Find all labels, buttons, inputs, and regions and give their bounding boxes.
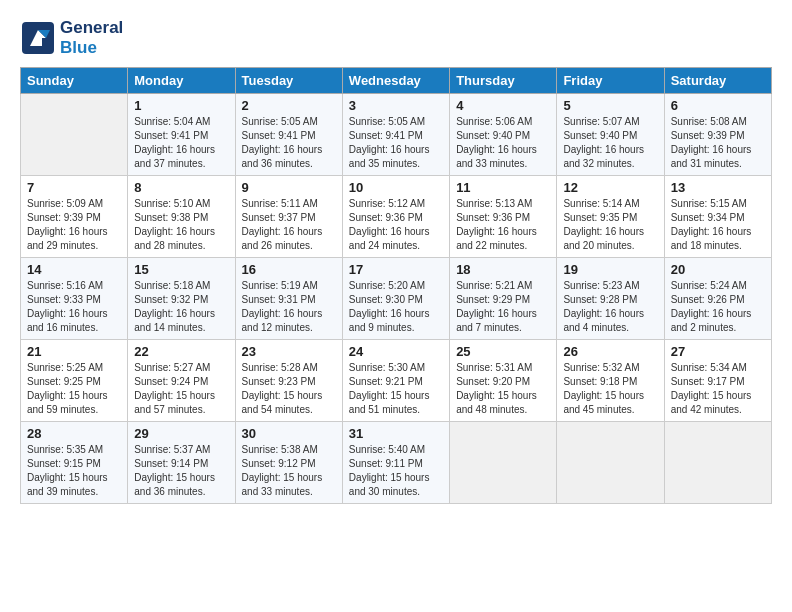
- day-content: Sunrise: 5:10 AM Sunset: 9:38 PM Dayligh…: [134, 197, 228, 253]
- calendar-week-3: 14Sunrise: 5:16 AM Sunset: 9:33 PM Dayli…: [21, 258, 772, 340]
- col-header-sunday: Sunday: [21, 68, 128, 94]
- calendar-cell: 23Sunrise: 5:28 AM Sunset: 9:23 PM Dayli…: [235, 340, 342, 422]
- day-number: 2: [242, 98, 336, 113]
- header: General Blue: [20, 18, 772, 57]
- day-number: 17: [349, 262, 443, 277]
- day-number: 22: [134, 344, 228, 359]
- day-content: Sunrise: 5:12 AM Sunset: 9:36 PM Dayligh…: [349, 197, 443, 253]
- day-content: Sunrise: 5:23 AM Sunset: 9:28 PM Dayligh…: [563, 279, 657, 335]
- day-number: 26: [563, 344, 657, 359]
- day-content: Sunrise: 5:25 AM Sunset: 9:25 PM Dayligh…: [27, 361, 121, 417]
- calendar-cell: 19Sunrise: 5:23 AM Sunset: 9:28 PM Dayli…: [557, 258, 664, 340]
- day-number: 29: [134, 426, 228, 441]
- day-content: Sunrise: 5:24 AM Sunset: 9:26 PM Dayligh…: [671, 279, 765, 335]
- calendar-cell: 27Sunrise: 5:34 AM Sunset: 9:17 PM Dayli…: [664, 340, 771, 422]
- calendar-cell: 15Sunrise: 5:18 AM Sunset: 9:32 PM Dayli…: [128, 258, 235, 340]
- day-content: Sunrise: 5:07 AM Sunset: 9:40 PM Dayligh…: [563, 115, 657, 171]
- calendar-cell: 14Sunrise: 5:16 AM Sunset: 9:33 PM Dayli…: [21, 258, 128, 340]
- day-number: 30: [242, 426, 336, 441]
- calendar-cell: 12Sunrise: 5:14 AM Sunset: 9:35 PM Dayli…: [557, 176, 664, 258]
- day-content: Sunrise: 5:21 AM Sunset: 9:29 PM Dayligh…: [456, 279, 550, 335]
- day-content: Sunrise: 5:32 AM Sunset: 9:18 PM Dayligh…: [563, 361, 657, 417]
- day-number: 31: [349, 426, 443, 441]
- day-number: 7: [27, 180, 121, 195]
- day-content: Sunrise: 5:13 AM Sunset: 9:36 PM Dayligh…: [456, 197, 550, 253]
- day-number: 11: [456, 180, 550, 195]
- day-content: Sunrise: 5:05 AM Sunset: 9:41 PM Dayligh…: [242, 115, 336, 171]
- day-number: 25: [456, 344, 550, 359]
- calendar-cell: 3Sunrise: 5:05 AM Sunset: 9:41 PM Daylig…: [342, 94, 449, 176]
- day-number: 28: [27, 426, 121, 441]
- day-content: Sunrise: 5:38 AM Sunset: 9:12 PM Dayligh…: [242, 443, 336, 499]
- day-content: Sunrise: 5:40 AM Sunset: 9:11 PM Dayligh…: [349, 443, 443, 499]
- day-number: 15: [134, 262, 228, 277]
- day-content: Sunrise: 5:06 AM Sunset: 9:40 PM Dayligh…: [456, 115, 550, 171]
- logo-text: General Blue: [60, 18, 123, 57]
- day-number: 4: [456, 98, 550, 113]
- day-number: 6: [671, 98, 765, 113]
- day-number: 27: [671, 344, 765, 359]
- day-number: 9: [242, 180, 336, 195]
- calendar-cell: 8Sunrise: 5:10 AM Sunset: 9:38 PM Daylig…: [128, 176, 235, 258]
- calendar-cell: [557, 422, 664, 504]
- day-number: 19: [563, 262, 657, 277]
- logo: General Blue: [20, 18, 123, 57]
- calendar-body: 1Sunrise: 5:04 AM Sunset: 9:41 PM Daylig…: [21, 94, 772, 504]
- day-number: 21: [27, 344, 121, 359]
- day-content: Sunrise: 5:09 AM Sunset: 9:39 PM Dayligh…: [27, 197, 121, 253]
- day-number: 13: [671, 180, 765, 195]
- calendar-cell: 20Sunrise: 5:24 AM Sunset: 9:26 PM Dayli…: [664, 258, 771, 340]
- day-number: 18: [456, 262, 550, 277]
- day-number: 3: [349, 98, 443, 113]
- day-content: Sunrise: 5:20 AM Sunset: 9:30 PM Dayligh…: [349, 279, 443, 335]
- calendar-week-2: 7Sunrise: 5:09 AM Sunset: 9:39 PM Daylig…: [21, 176, 772, 258]
- calendar-cell: 6Sunrise: 5:08 AM Sunset: 9:39 PM Daylig…: [664, 94, 771, 176]
- day-content: Sunrise: 5:05 AM Sunset: 9:41 PM Dayligh…: [349, 115, 443, 171]
- calendar-cell: 26Sunrise: 5:32 AM Sunset: 9:18 PM Dayli…: [557, 340, 664, 422]
- day-content: Sunrise: 5:19 AM Sunset: 9:31 PM Dayligh…: [242, 279, 336, 335]
- day-number: 10: [349, 180, 443, 195]
- calendar-cell: 11Sunrise: 5:13 AM Sunset: 9:36 PM Dayli…: [450, 176, 557, 258]
- calendar-cell: 17Sunrise: 5:20 AM Sunset: 9:30 PM Dayli…: [342, 258, 449, 340]
- calendar-cell: 4Sunrise: 5:06 AM Sunset: 9:40 PM Daylig…: [450, 94, 557, 176]
- day-content: Sunrise: 5:16 AM Sunset: 9:33 PM Dayligh…: [27, 279, 121, 335]
- day-content: Sunrise: 5:28 AM Sunset: 9:23 PM Dayligh…: [242, 361, 336, 417]
- calendar-cell: [450, 422, 557, 504]
- calendar-table: SundayMondayTuesdayWednesdayThursdayFrid…: [20, 67, 772, 504]
- day-number: 16: [242, 262, 336, 277]
- day-number: 1: [134, 98, 228, 113]
- day-number: 24: [349, 344, 443, 359]
- calendar-cell: 13Sunrise: 5:15 AM Sunset: 9:34 PM Dayli…: [664, 176, 771, 258]
- day-content: Sunrise: 5:30 AM Sunset: 9:21 PM Dayligh…: [349, 361, 443, 417]
- day-number: 23: [242, 344, 336, 359]
- day-content: Sunrise: 5:11 AM Sunset: 9:37 PM Dayligh…: [242, 197, 336, 253]
- col-header-wednesday: Wednesday: [342, 68, 449, 94]
- calendar-cell: [21, 94, 128, 176]
- calendar-cell: 21Sunrise: 5:25 AM Sunset: 9:25 PM Dayli…: [21, 340, 128, 422]
- calendar-week-4: 21Sunrise: 5:25 AM Sunset: 9:25 PM Dayli…: [21, 340, 772, 422]
- col-header-thursday: Thursday: [450, 68, 557, 94]
- calendar-cell: 5Sunrise: 5:07 AM Sunset: 9:40 PM Daylig…: [557, 94, 664, 176]
- calendar-cell: 2Sunrise: 5:05 AM Sunset: 9:41 PM Daylig…: [235, 94, 342, 176]
- day-content: Sunrise: 5:15 AM Sunset: 9:34 PM Dayligh…: [671, 197, 765, 253]
- calendar-cell: 1Sunrise: 5:04 AM Sunset: 9:41 PM Daylig…: [128, 94, 235, 176]
- day-content: Sunrise: 5:34 AM Sunset: 9:17 PM Dayligh…: [671, 361, 765, 417]
- day-content: Sunrise: 5:37 AM Sunset: 9:14 PM Dayligh…: [134, 443, 228, 499]
- day-content: Sunrise: 5:18 AM Sunset: 9:32 PM Dayligh…: [134, 279, 228, 335]
- day-number: 12: [563, 180, 657, 195]
- col-header-monday: Monday: [128, 68, 235, 94]
- day-content: Sunrise: 5:08 AM Sunset: 9:39 PM Dayligh…: [671, 115, 765, 171]
- column-headers: SundayMondayTuesdayWednesdayThursdayFrid…: [21, 68, 772, 94]
- calendar-cell: 25Sunrise: 5:31 AM Sunset: 9:20 PM Dayli…: [450, 340, 557, 422]
- day-number: 8: [134, 180, 228, 195]
- day-content: Sunrise: 5:04 AM Sunset: 9:41 PM Dayligh…: [134, 115, 228, 171]
- calendar-cell: 7Sunrise: 5:09 AM Sunset: 9:39 PM Daylig…: [21, 176, 128, 258]
- calendar-cell: 16Sunrise: 5:19 AM Sunset: 9:31 PM Dayli…: [235, 258, 342, 340]
- calendar-week-1: 1Sunrise: 5:04 AM Sunset: 9:41 PM Daylig…: [21, 94, 772, 176]
- page: General Blue SundayMondayTuesdayWednesda…: [0, 0, 792, 514]
- day-content: Sunrise: 5:14 AM Sunset: 9:35 PM Dayligh…: [563, 197, 657, 253]
- calendar-cell: 29Sunrise: 5:37 AM Sunset: 9:14 PM Dayli…: [128, 422, 235, 504]
- calendar-cell: 31Sunrise: 5:40 AM Sunset: 9:11 PM Dayli…: [342, 422, 449, 504]
- calendar-cell: [664, 422, 771, 504]
- calendar-cell: 10Sunrise: 5:12 AM Sunset: 9:36 PM Dayli…: [342, 176, 449, 258]
